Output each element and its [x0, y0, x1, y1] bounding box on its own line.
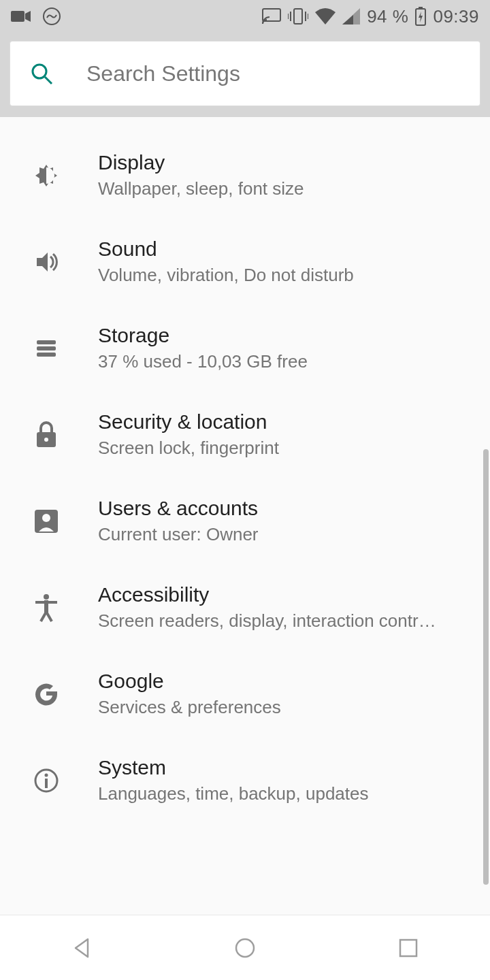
svg-line-22: [41, 612, 46, 621]
svg-point-27: [236, 939, 254, 957]
svg-rect-13: [37, 346, 56, 350]
svg-line-23: [46, 612, 52, 621]
svg-point-25: [45, 773, 48, 777]
settings-item-google[interactable]: Google Services & preferences: [0, 651, 490, 737]
navigation-bar: [0, 915, 490, 980]
cast-icon: [262, 8, 281, 24]
item-subtitle: Screen lock, fingerprint: [98, 438, 279, 459]
nav-back-button[interactable]: [65, 932, 98, 964]
lock-icon: [34, 421, 59, 448]
battery-percent: 94 %: [367, 6, 408, 27]
wifi-icon: [315, 8, 336, 24]
settings-item-security[interactable]: Security & location Screen lock, fingerp…: [0, 391, 490, 478]
google-icon: [33, 681, 60, 708]
item-subtitle: Screen readers, display, interaction con…: [98, 610, 436, 632]
svg-rect-12: [37, 340, 56, 344]
item-title: Display: [98, 151, 304, 174]
item-subtitle: Services & preferences: [98, 697, 281, 718]
item-title: Security & location: [98, 410, 279, 434]
accessibility-icon: [33, 593, 60, 623]
svg-rect-14: [37, 353, 56, 357]
status-bar: 94 % 09:39: [0, 0, 490, 33]
settings-item-storage[interactable]: Storage 37 % used - 10,03 GB free: [0, 305, 490, 391]
signal-icon: [342, 8, 360, 24]
info-icon: [33, 767, 60, 794]
vibrate-icon: [288, 7, 308, 25]
svg-point-16: [44, 438, 48, 442]
item-title: Accessibility: [98, 583, 436, 606]
battery-charging-icon: [415, 7, 426, 26]
account-icon: [33, 508, 59, 534]
nav-recent-button[interactable]: [392, 932, 425, 964]
svg-point-18: [42, 514, 50, 522]
item-title: Users & accounts: [98, 497, 259, 520]
search-placeholder: Search Settings: [86, 61, 240, 86]
sound-icon: [33, 248, 60, 276]
storage-icon: [33, 335, 60, 362]
item-title: Sound: [98, 238, 354, 261]
item-title: Google: [98, 670, 281, 693]
settings-list: Display Wallpaper, sleep, font size Soun…: [0, 117, 490, 823]
settings-item-accessibility[interactable]: Accessibility Screen readers, display, i…: [0, 564, 490, 651]
item-subtitle: Wallpaper, sleep, font size: [98, 178, 304, 199]
display-icon: [33, 162, 60, 189]
clock: 09:39: [433, 6, 479, 27]
svg-rect-26: [45, 779, 48, 788]
nav-home-button[interactable]: [229, 932, 261, 964]
search-icon: [29, 61, 54, 86]
search-bar-container: Search Settings: [0, 33, 490, 117]
scroll-indicator: [483, 449, 489, 885]
svg-rect-9: [419, 7, 423, 9]
status-left: [11, 7, 61, 26]
settings-item-sound[interactable]: Sound Volume, vibration, Do not disturb: [0, 218, 490, 305]
svg-point-19: [44, 594, 49, 600]
app-circle-icon: [42, 7, 61, 26]
item-subtitle: 37 % used - 10,03 GB free: [98, 351, 308, 372]
svg-rect-28: [400, 940, 416, 956]
settings-item-system[interactable]: System Languages, time, backup, updates: [0, 737, 490, 823]
status-right: 94 % 09:39: [262, 6, 479, 27]
settings-item-users[interactable]: Users & accounts Current user: Owner: [0, 478, 490, 564]
svg-rect-3: [294, 9, 302, 24]
item-title: System: [98, 756, 369, 779]
search-box[interactable]: Search Settings: [10, 41, 480, 106]
svg-rect-0: [11, 11, 24, 22]
svg-line-11: [45, 77, 52, 84]
item-subtitle: Languages, time, backup, updates: [98, 783, 369, 804]
settings-list-container: Display Wallpaper, sleep, font size Soun…: [0, 117, 490, 915]
settings-item-display[interactable]: Display Wallpaper, sleep, font size: [0, 132, 490, 218]
item-subtitle: Volume, vibration, Do not disturb: [98, 265, 354, 286]
svg-point-10: [33, 65, 46, 78]
video-icon: [11, 10, 31, 23]
item-title: Storage: [98, 324, 308, 347]
item-subtitle: Current user: Owner: [98, 524, 259, 545]
